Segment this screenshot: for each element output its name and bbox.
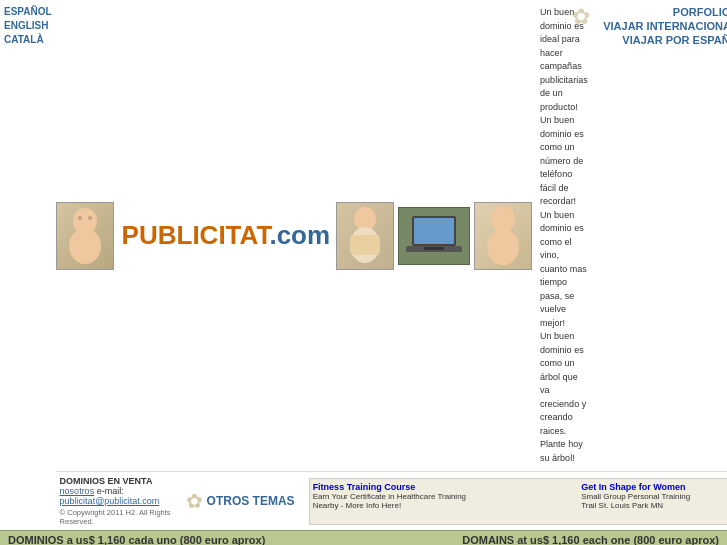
price-left: DOMINIOS a us$ 1,160 cada uno (800 euro … (8, 534, 364, 545)
svg-point-11 (491, 206, 515, 232)
top-description: Un buen dominio es ideal para hacer camp… (536, 4, 592, 467)
svg-rect-8 (414, 218, 454, 244)
logo-text: PUBLICITAT (122, 220, 270, 250)
svg-point-2 (78, 216, 82, 220)
price-header-banner: DOMINIOS a us$ 1,160 cada uno (800 euro … (0, 530, 727, 545)
laptop-image (398, 207, 470, 265)
ads-by-google: Anuncios Google (581, 512, 727, 521)
ad-2: Get In Shape for Women Small Group Perso… (581, 482, 727, 521)
top-text-2: Un buen dominio es como un número de tel… (540, 114, 588, 209)
page-wrapper: ESPAÑOL ENGLISH CATALÀ (0, 0, 727, 545)
ad1-line1: Earn Your Certificate in Healthcare Trai… (313, 492, 576, 501)
email-label: e-mail: (97, 486, 124, 496)
lang-catala[interactable]: CATALÀ (4, 34, 52, 45)
dominios-info: DOMINIOS EN VENTA nosotros e-mail: publi… (56, 474, 176, 528)
ad1-title[interactable]: Fitness Training Course (313, 482, 576, 492)
top-text-3: Un buen dominio es como el vino, cuanto … (540, 209, 588, 331)
email-link[interactable]: publicitat@publicitat.com (60, 496, 160, 506)
baby-image-1 (56, 202, 114, 270)
ad-1: Fitness Training Course Earn Your Certif… (313, 482, 576, 521)
google-ads-area: Fitness Training Course Earn Your Certif… (309, 478, 727, 525)
svg-point-3 (88, 216, 92, 220)
flower-decoration: ✿ (572, 4, 590, 30)
price-right: DOMAINS at us$ 1,160 each one (800 euro … (364, 534, 720, 545)
svg-rect-6 (350, 235, 380, 255)
lang-english[interactable]: ENGLISH (4, 20, 52, 31)
porfolios-link[interactable]: PORFOLIOS (673, 6, 727, 18)
top-text-4: Un buen dominio es como un árbol que va … (540, 330, 588, 465)
viajar-internacional-link[interactable]: VIAJAR INTERNACIONAL (603, 20, 727, 32)
dominios-venta-label: DOMINIOS EN VENTA (60, 476, 172, 486)
flower-otros: ✿ (186, 489, 203, 513)
ad2-line1: Small Group Personal Training (581, 492, 727, 501)
baby-image-2 (336, 202, 394, 270)
lang-espanol[interactable]: ESPAÑOL (4, 6, 52, 17)
ad2-line2: Trail St. Louis Park MN (581, 501, 663, 510)
ad1-line2: Nearby - More Info Here! (313, 501, 576, 510)
nosotros-link[interactable]: nosotros (60, 486, 95, 496)
site-logo: PUBLICITAT.com (116, 220, 337, 251)
svg-point-1 (69, 228, 101, 264)
baby-image-3 (474, 202, 532, 270)
ad2-title[interactable]: Get In Shape for Women (581, 482, 727, 492)
logo-dotcom: .com (269, 220, 330, 250)
svg-point-12 (487, 229, 519, 265)
viajar-espana-link[interactable]: VIAJAR POR ESPAÑA (622, 34, 727, 46)
svg-rect-10 (424, 247, 444, 250)
language-sidebar: ESPAÑOL ENGLISH CATALÀ (0, 0, 56, 530)
otros-temas-link[interactable]: OTROS TEMAS (207, 494, 295, 508)
copyright-text: © Copywright 2011 H2. All Rights Reserve… (60, 508, 172, 526)
